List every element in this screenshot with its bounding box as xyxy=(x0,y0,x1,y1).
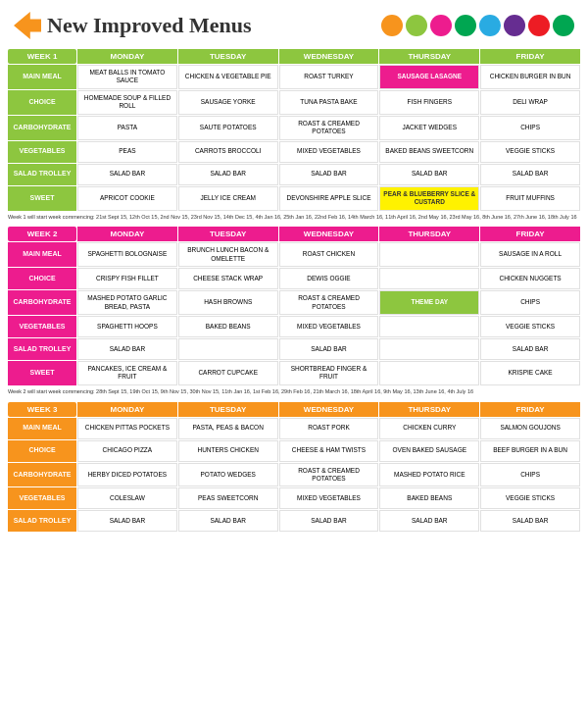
week1-wed: WEDNESDAY xyxy=(279,49,379,64)
week3-choice-thu: OVEN BAKED SAUSAGE xyxy=(379,440,479,462)
week2-veg-row: VEGETABLES SPAGHETTI HOOPS BAKED BEANS M… xyxy=(8,316,580,337)
week1-salad-mon: SALAD BAR xyxy=(77,164,177,185)
week2-sweet-wed: SHORTBREAD FINGER & FRUIT xyxy=(279,361,379,385)
week2-salad-fri: SALAD BAR xyxy=(480,338,580,360)
week3-header: WEEK 3 MONDAY TUESDAY WEDNESDAY THURSDAY… xyxy=(8,402,580,417)
week2-veg-wed: MIXED VEGETABLES xyxy=(279,316,379,337)
week2-salad-mon: SALAD BAR xyxy=(77,338,177,360)
week3-salad-thu: SALAD BAR xyxy=(379,510,479,532)
week3-veg-thu: BAKED BEANS xyxy=(379,487,479,509)
week3-wed: WEDNESDAY xyxy=(279,402,379,417)
week3-label: WEEK 3 xyxy=(8,402,76,417)
week2-main-mon: SPAGHETTI BOLOGNAISE xyxy=(77,242,177,267)
week2-veg-thu xyxy=(379,316,479,337)
week1-choice-wed: TUNA PASTA BAKE xyxy=(279,90,379,115)
week1-salad-thu: SALAD BAR xyxy=(379,164,479,185)
week2-sweet-thu xyxy=(379,361,479,385)
week1-salad-label: SALAD TROLLEY xyxy=(8,164,76,185)
week1-veg-fri: VEGGIE STICKS xyxy=(480,141,580,163)
week1-veg-tue: CARROTS BROCCOLI xyxy=(178,141,278,163)
logo8 xyxy=(553,15,574,36)
week3-carb-mon: HERBY DICED POTATOES xyxy=(77,463,177,487)
week1-mon: MONDAY xyxy=(77,49,177,64)
week2-choice-fri: CHICKEN NUGGETS xyxy=(480,268,580,289)
week1-sweet-fri: FRUIT MUFFINS xyxy=(480,186,580,211)
week1-main-meal-row: MAIN MEAL MEAT BALLS IN TOMATO SAUCE CHI… xyxy=(8,65,580,89)
week1-sweet-tue: JELLY ICE CREAM xyxy=(178,186,278,211)
week3-salad-label: SALAD TROLLEY xyxy=(8,510,76,532)
logo7 xyxy=(528,15,550,36)
week2-salad-label: SALAD TROLLEY xyxy=(8,338,76,360)
week1-salad-fri: SALAD BAR xyxy=(480,164,580,185)
week2-main-thu xyxy=(379,242,479,267)
week1-veg-thu: BAKED BEANS SWEETCORN xyxy=(379,141,479,163)
week1-veg-row: VEGETABLES PEAS CARROTS BROCCOLI MIXED V… xyxy=(8,141,580,163)
arrow-icon xyxy=(14,12,41,39)
week1-carb-label: CARBOHYDRATE xyxy=(8,116,76,140)
week1-main-mon: MEAT BALLS IN TOMATO SAUCE xyxy=(77,65,177,89)
week3-fri: FRIDAY xyxy=(480,402,580,417)
week3-veg-tue: PEAS SWEETCORN xyxy=(178,487,278,509)
week3-main-thu: CHICKEN CURRY xyxy=(379,418,479,439)
week2-carb-tue: HASH BROWNS xyxy=(178,290,278,315)
week2-veg-fri: VEGGIE STICKS xyxy=(480,316,580,337)
week3-choice-fri: BEEF BURGER IN A BUN xyxy=(480,440,580,462)
week1-veg-mon: PEAS xyxy=(77,141,177,163)
week2-header: WEEK 2 MONDAY TUESDAY WEDNESDAY THURSDAY… xyxy=(8,227,580,241)
week3-carb-label: CARBOHYDRATE xyxy=(8,463,76,487)
week1-veg-wed: MIXED VEGETABLES xyxy=(279,141,379,163)
week1-salad-tue: SALAD BAR xyxy=(178,164,278,185)
week3-choice-tue: HUNTERS CHICKEN xyxy=(178,440,278,462)
week1-main-label: MAIN MEAL xyxy=(8,65,76,89)
week2-carb-thu: THEME DAY xyxy=(379,290,479,315)
week3-salad-tue: SALAD BAR xyxy=(178,510,278,532)
week2-main-row: MAIN MEAL SPAGHETTI BOLOGNAISE BRUNCH LU… xyxy=(8,242,580,267)
week3-carb-fri: CHIPS xyxy=(480,463,580,487)
week1-label: WEEK 1 xyxy=(8,49,76,64)
week2-sweet-fri: KRISPIE CAKE xyxy=(480,361,580,385)
week2-tue: TUESDAY xyxy=(178,227,278,241)
week2-main-fri: SAUSAGE IN A ROLL xyxy=(480,242,580,267)
logo2 xyxy=(406,15,427,36)
week2-veg-label: VEGETABLES xyxy=(8,316,76,337)
week2-section: WEEK 2 MONDAY TUESDAY WEDNESDAY THURSDAY… xyxy=(8,227,580,397)
week1-salad-row: SALAD TROLLEY SALAD BAR SALAD BAR SALAD … xyxy=(8,164,580,185)
week1-carb-row: CARBOHYDRATE PASTA SAUTE POTATOES ROAST … xyxy=(8,116,580,140)
logos xyxy=(381,15,574,36)
week3-main-row: MAIN MEAL CHICKEN PITTAS POCKETS PASTA, … xyxy=(8,418,580,439)
week1-choice-tue: SAUSAGE YORKE xyxy=(178,90,278,115)
week1-note: Week 1 will start week commencing: 21st … xyxy=(8,212,580,224)
week1-carb-fri: CHIPS xyxy=(480,116,580,140)
week3-salad-mon: SALAD BAR xyxy=(77,510,177,532)
week2-choice-label: CHOICE xyxy=(8,268,76,289)
week1-choice-row: CHOICE HOMEMADE SOUP & FILLED ROLL SAUSA… xyxy=(8,90,580,115)
week2-sweet-tue: CARROT CUPCAKE xyxy=(178,361,278,385)
week1-veg-label: VEGETABLES xyxy=(8,141,76,163)
week2-veg-mon: SPAGHETTI HOOPS xyxy=(77,316,177,337)
week2-choice-tue: CHEESE STACK WRAP xyxy=(178,268,278,289)
week1-sweet-row: SWEET APRICOT COOKIE JELLY ICE CREAM DEV… xyxy=(8,186,580,211)
week3-carb-tue: POTATO WEDGES xyxy=(178,463,278,487)
week3-main-wed: ROAST PORK xyxy=(279,418,379,439)
week2-main-tue: BRUNCH LUNCH BACON & OMELETTE xyxy=(178,242,278,267)
week1-section: WEEK 1 MONDAY TUESDAY WEDNESDAY THURSDAY… xyxy=(8,49,580,223)
week2-carb-label: CARBOHYDRATE xyxy=(8,290,76,315)
week2-choice-thu xyxy=(379,268,479,289)
week1-carb-thu: JACKET WEDGES xyxy=(379,116,479,140)
week1-main-wed: ROAST TURKEY xyxy=(279,65,379,89)
week1-sweet-label: SWEET xyxy=(8,186,76,211)
week3-veg-row: VEGETABLES COLESLAW PEAS SWEETCORN MIXED… xyxy=(8,487,580,509)
logo6 xyxy=(504,15,525,36)
week1-choice-thu: FISH FINGERS xyxy=(379,90,479,115)
week3-salad-fri: SALAD BAR xyxy=(480,510,580,532)
week1-choice-label: CHOICE xyxy=(8,90,76,115)
week3-tue: TUESDAY xyxy=(178,402,278,417)
week3-thu: THURSDAY xyxy=(379,402,479,417)
week3-main-tue: PASTA, PEAS & BACON xyxy=(178,418,278,439)
week3-veg-fri: VEGGIE STICKS xyxy=(480,487,580,509)
week2-carb-row: CARBOHYDRATE MASHED POTATO GARLIC BREAD,… xyxy=(8,290,580,315)
week1-choice-fri: DELI WRAP xyxy=(480,90,580,115)
week3-salad-row: SALAD TROLLEY SALAD BAR SALAD BAR SALAD … xyxy=(8,510,580,532)
week1-sweet-mon: APRICOT COOKIE xyxy=(77,186,177,211)
week3-veg-mon: COLESLAW xyxy=(77,487,177,509)
